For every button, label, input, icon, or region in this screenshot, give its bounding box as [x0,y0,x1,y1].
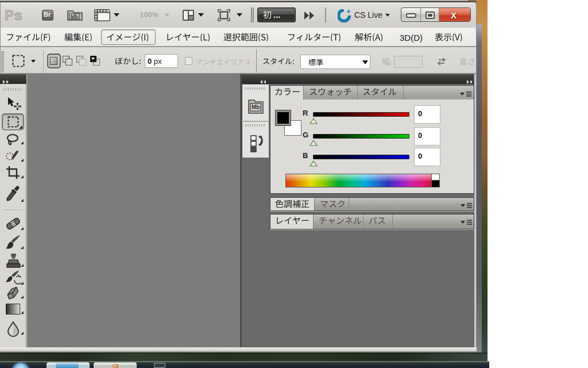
svg-text:Mb: Mb [252,104,260,110]
svg-text:Mb: Mb [71,14,78,20]
